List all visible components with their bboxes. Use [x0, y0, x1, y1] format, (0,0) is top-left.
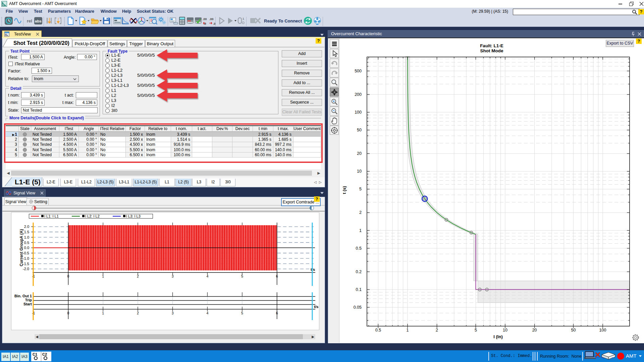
svg-text:t (s): t (s): [342, 186, 347, 194]
svg-text:5: 5: [241, 274, 243, 278]
svg-text:abs: abs: [35, 19, 42, 23]
svg-text:.00: .00: [209, 17, 214, 21]
svg-text:5: 5: [475, 328, 477, 333]
svg-text:10: 10: [503, 328, 507, 333]
svg-text:1.0: 1.0: [24, 235, 29, 239]
svg-text:1: 1: [243, 17, 244, 20]
svg-text:5: 5: [359, 187, 362, 191]
svg-text:20: 20: [532, 328, 537, 333]
svg-text:Trip: Trip: [25, 298, 32, 302]
svg-text:20: 20: [357, 151, 362, 156]
svg-text:3: 3: [172, 311, 174, 315]
svg-text:4: 4: [206, 311, 208, 315]
svg-text:1: 1: [102, 311, 104, 315]
svg-text:0.5: 0.5: [356, 246, 362, 251]
svg-text:Fault: L1-E: Fault: L1-E: [480, 43, 503, 48]
svg-text:100: 100: [599, 328, 606, 333]
svg-text:0.5: 0.5: [375, 328, 381, 333]
svg-text:5: 5: [241, 311, 243, 315]
svg-text:10: 10: [357, 169, 362, 174]
svg-text:50: 50: [357, 128, 362, 132]
svg-text:Current GroupA (A): Current GroupA (A): [19, 229, 24, 266]
svg-text:6: 6: [276, 274, 278, 278]
svg-text:2: 2: [137, 311, 139, 315]
svg-text:2: 2: [137, 274, 139, 278]
svg-text:.00: .00: [203, 17, 207, 21]
svg-text:6: 6: [276, 311, 278, 315]
svg-text:.0: .0: [204, 22, 206, 25]
svg-text:0.0: 0.0: [24, 246, 29, 250]
svg-text:50: 50: [571, 328, 576, 333]
svg-text:2: 2: [436, 328, 438, 333]
svg-text:200: 200: [355, 92, 362, 97]
svg-text:t/s: t/s: [314, 305, 318, 309]
svg-text:4: 4: [206, 274, 208, 278]
svg-text:0.2: 0.2: [356, 269, 362, 274]
svg-text:0: 0: [67, 274, 69, 278]
svg-text:1: 1: [407, 328, 409, 333]
svg-text:100: 100: [355, 110, 362, 115]
svg-text:I (In): I (In): [493, 334, 502, 339]
svg-text:3: 3: [172, 274, 174, 278]
svg-text:Start: Start: [23, 302, 32, 306]
svg-text:t/s: t/s: [311, 267, 315, 272]
svg-text:Bin. Out 1: Bin. Out 1: [14, 294, 32, 298]
svg-text:500: 500: [355, 69, 362, 73]
svg-text:2.0: 2.0: [24, 225, 29, 229]
svg-text:2: 2: [359, 210, 362, 215]
svg-text:1.5: 1.5: [24, 230, 29, 234]
svg-text:0: 0: [67, 311, 69, 315]
svg-text:1: 1: [359, 228, 362, 233]
svg-text:-2.0: -2.0: [23, 267, 29, 271]
svg-text:0.05: 0.05: [354, 305, 362, 310]
svg-text:1: 1: [102, 274, 104, 278]
svg-text:Shot Mode: Shot Mode: [480, 48, 503, 53]
svg-text:0.1: 0.1: [356, 287, 362, 292]
svg-text:0.5: 0.5: [24, 241, 29, 245]
svg-text:rel: rel: [27, 18, 32, 23]
